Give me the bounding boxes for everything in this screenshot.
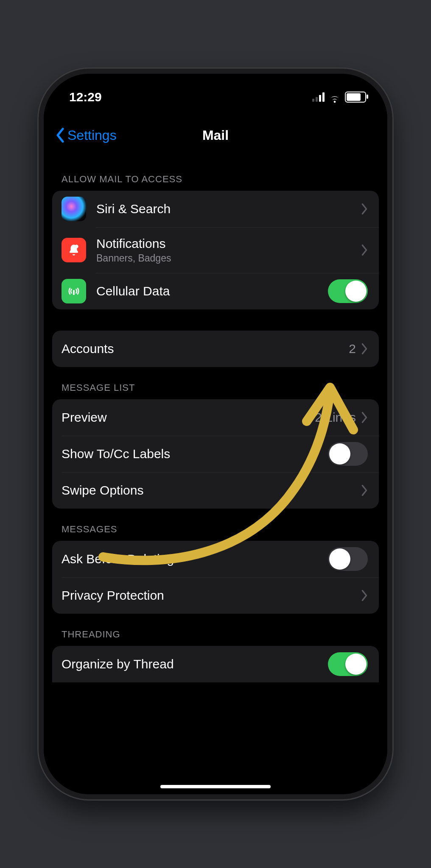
row-label: Notifications <box>96 236 361 251</box>
section-header-messages: MESSAGES <box>52 509 379 541</box>
toggle-show-tocc[interactable] <box>328 442 368 466</box>
row-organize-by-thread: Organize by Thread <box>52 646 379 682</box>
status-bar: 12:29 <box>44 86 387 108</box>
section-header-access: ALLOW MAIL TO ACCESS <box>52 159 379 191</box>
screen: 12:29 Sett <box>44 74 387 794</box>
row-label: Preview <box>62 410 315 425</box>
toggle-organize-by-thread[interactable] <box>328 652 368 676</box>
section-access: Siri & Search Notifications Banners, Bad… <box>52 191 379 309</box>
chevron-right-icon <box>361 244 368 256</box>
row-notifications[interactable]: Notifications Banners, Badges <box>52 227 379 273</box>
row-label: Accounts <box>62 342 349 356</box>
battery-icon <box>345 92 366 103</box>
row-cellular-data: Cellular Data <box>52 273 379 309</box>
back-button[interactable]: Settings <box>56 128 117 143</box>
svg-rect-1 <box>73 290 75 295</box>
status-time: 12:29 <box>69 90 102 104</box>
section-accounts: Accounts 2 <box>52 331 379 367</box>
row-label: Cellular Data <box>96 284 328 299</box>
row-ask-before-deleting: Ask Before Deleting <box>52 541 379 577</box>
section-header-threading: THREADING <box>52 614 379 646</box>
row-label: Siri & Search <box>96 202 361 217</box>
preview-value: 2 Lines <box>315 410 356 425</box>
section-message-list: Preview 2 Lines Show To/Cc Labels Swipe … <box>52 399 379 509</box>
row-label: Organize by Thread <box>62 657 328 672</box>
row-siri-search[interactable]: Siri & Search <box>52 191 379 227</box>
row-label: Privacy Protection <box>62 588 361 603</box>
toggle-cellular-data[interactable] <box>328 279 368 303</box>
chevron-right-icon <box>361 412 368 423</box>
siri-icon <box>62 197 86 221</box>
row-label: Swipe Options <box>62 483 361 498</box>
nav-bar: Settings Mail <box>44 116 387 154</box>
chevron-right-icon <box>361 343 368 355</box>
row-privacy-protection[interactable]: Privacy Protection <box>52 577 379 614</box>
row-swipe-options[interactable]: Swipe Options <box>52 472 379 509</box>
iphone-frame: 12:29 Sett <box>39 69 392 799</box>
row-label: Show To/Cc Labels <box>62 447 328 462</box>
chevron-right-icon <box>361 590 368 601</box>
row-detail: Banners, Badges <box>96 253 361 264</box>
section-threading: Organize by Thread <box>52 646 379 682</box>
page-title: Mail <box>202 128 229 143</box>
notifications-icon <box>62 238 86 262</box>
wifi-icon <box>329 92 341 102</box>
cellular-signal-icon <box>312 92 325 102</box>
row-label: Ask Before Deleting <box>62 552 328 567</box>
toggle-ask-before-deleting[interactable] <box>328 547 368 571</box>
row-show-tocc: Show To/Cc Labels <box>52 436 379 472</box>
chevron-left-icon <box>56 128 65 143</box>
accounts-count: 2 <box>349 342 356 356</box>
row-preview[interactable]: Preview 2 Lines <box>52 399 379 436</box>
row-accounts[interactable]: Accounts 2 <box>52 331 379 367</box>
section-messages: Ask Before Deleting Privacy Protection <box>52 541 379 614</box>
section-header-message-list: MESSAGE LIST <box>52 367 379 399</box>
svg-point-0 <box>75 245 78 248</box>
cellular-icon <box>62 279 86 303</box>
chevron-right-icon <box>361 484 368 496</box>
chevron-right-icon <box>361 203 368 215</box>
back-label: Settings <box>67 128 117 143</box>
home-indicator[interactable] <box>160 785 271 788</box>
